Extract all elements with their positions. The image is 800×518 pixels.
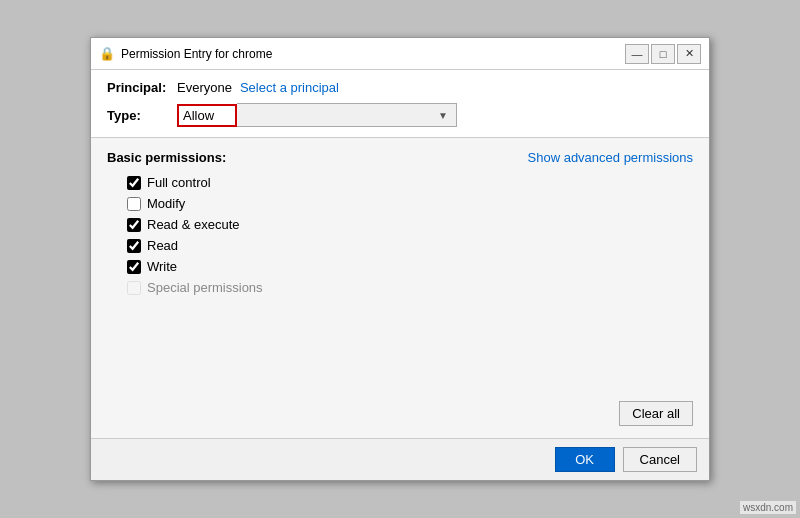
- full-control-checkbox[interactable]: [127, 176, 141, 190]
- permission-label: Full control: [147, 175, 211, 190]
- modify-checkbox[interactable]: [127, 197, 141, 211]
- dropdown-arrow-icon: ▼: [438, 110, 448, 121]
- select-principal-link[interactable]: Select a principal: [240, 80, 339, 95]
- permission-label: Modify: [147, 196, 185, 211]
- cancel-button[interactable]: Cancel: [623, 447, 697, 472]
- list-item: Full control: [127, 175, 693, 190]
- read-execute-checkbox[interactable]: [127, 218, 141, 232]
- bottom-bar: OK Cancel: [91, 438, 709, 480]
- show-advanced-link[interactable]: Show advanced permissions: [528, 150, 693, 165]
- permission-label: Read: [147, 238, 178, 253]
- clear-all-button[interactable]: Clear all: [619, 401, 693, 426]
- type-select-wrapper: Allow ▼: [177, 103, 457, 127]
- write-checkbox[interactable]: [127, 260, 141, 274]
- watermark: wsxdn.com: [740, 501, 796, 514]
- principal-label: Principal:: [107, 80, 177, 95]
- section-header: Basic permissions: Show advanced permiss…: [107, 150, 693, 165]
- special-permissions-checkbox[interactable]: [127, 281, 141, 295]
- permissions-list: Full control Modify Read & execute Read …: [107, 175, 693, 295]
- type-row: Type: Allow ▼: [107, 103, 693, 127]
- window-title: Permission Entry for chrome: [121, 47, 272, 61]
- title-bar-left: 🔒 Permission Entry for chrome: [99, 46, 272, 62]
- read-checkbox[interactable]: [127, 239, 141, 253]
- principal-name: Everyone: [177, 80, 232, 95]
- ok-button[interactable]: OK: [555, 447, 615, 472]
- permission-entry-window: 🔒 Permission Entry for chrome — □ ✕ Prin…: [90, 37, 710, 481]
- type-dropdown[interactable]: ▼: [237, 103, 457, 127]
- title-bar-controls: — □ ✕: [625, 44, 701, 64]
- top-section: Principal: Everyone Select a principal T…: [91, 70, 709, 138]
- section-title: Basic permissions:: [107, 150, 226, 165]
- window-icon: 🔒: [99, 46, 115, 62]
- permission-label: Write: [147, 259, 177, 274]
- type-selected-value: Allow: [177, 104, 237, 127]
- list-item: Read: [127, 238, 693, 253]
- permissions-section: Basic permissions: Show advanced permiss…: [91, 138, 709, 438]
- list-item: Modify: [127, 196, 693, 211]
- type-label: Type:: [107, 108, 177, 123]
- close-button[interactable]: ✕: [677, 44, 701, 64]
- list-item: Write: [127, 259, 693, 274]
- minimize-button[interactable]: —: [625, 44, 649, 64]
- permission-label: Special permissions: [147, 280, 263, 295]
- maximize-button[interactable]: □: [651, 44, 675, 64]
- list-item: Read & execute: [127, 217, 693, 232]
- title-bar: 🔒 Permission Entry for chrome — □ ✕: [91, 38, 709, 70]
- list-item: Special permissions: [127, 280, 693, 295]
- permission-label: Read & execute: [147, 217, 240, 232]
- principal-row: Principal: Everyone Select a principal: [107, 80, 693, 95]
